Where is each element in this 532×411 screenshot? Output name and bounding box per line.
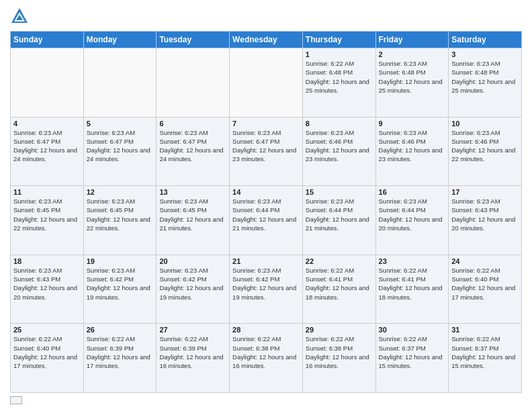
day-number: 24 — [451, 257, 519, 265]
day-detail: Sunrise: 6:22 AM Sunset: 6:40 PM Dayligh… — [13, 334, 81, 370]
day-detail: Sunrise: 6:23 AM Sunset: 6:48 PM Dayligh… — [379, 59, 446, 95]
weekday-header: Wednesday — [230, 32, 303, 48]
day-detail: Sunrise: 6:22 AM Sunset: 6:38 PM Dayligh… — [232, 334, 300, 370]
day-number: 31 — [451, 326, 519, 334]
day-number: 26 — [87, 326, 154, 334]
calendar-cell: 12Sunrise: 6:23 AM Sunset: 6:45 PM Dayli… — [83, 186, 157, 255]
day-number: 15 — [306, 188, 373, 196]
day-number: 8 — [306, 120, 373, 128]
logo — [10, 7, 32, 26]
day-detail: Sunrise: 6:23 AM Sunset: 6:47 PM Dayligh… — [159, 128, 226, 164]
calendar-cell: 2Sunrise: 6:23 AM Sunset: 6:48 PM Daylig… — [375, 48, 449, 118]
daylight-swatch — [10, 396, 22, 404]
day-number: 17 — [451, 188, 519, 196]
calendar-cell — [157, 48, 230, 118]
day-number: 9 — [379, 120, 446, 128]
calendar-cell: 23Sunrise: 6:22 AM Sunset: 6:41 PM Dayli… — [375, 255, 449, 324]
day-detail: Sunrise: 6:23 AM Sunset: 6:46 PM Dayligh… — [379, 128, 446, 164]
day-number: 23 — [379, 257, 446, 265]
day-detail: Sunrise: 6:23 AM Sunset: 6:42 PM Dayligh… — [159, 266, 226, 302]
calendar-cell: 19Sunrise: 6:23 AM Sunset: 6:42 PM Dayli… — [83, 255, 157, 324]
day-number: 4 — [13, 120, 81, 128]
day-number: 7 — [232, 120, 300, 128]
day-detail: Sunrise: 6:23 AM Sunset: 6:45 PM Dayligh… — [13, 197, 81, 232]
header — [10, 7, 522, 26]
day-detail: Sunrise: 6:23 AM Sunset: 6:44 PM Dayligh… — [306, 197, 373, 232]
calendar-cell: 30Sunrise: 6:22 AM Sunset: 6:37 PM Dayli… — [375, 324, 449, 393]
calendar-cell: 24Sunrise: 6:22 AM Sunset: 6:40 PM Dayli… — [449, 255, 522, 324]
calendar-cell: 14Sunrise: 6:23 AM Sunset: 6:44 PM Dayli… — [230, 186, 303, 255]
calendar-cell: 1Sunrise: 6:22 AM Sunset: 6:48 PM Daylig… — [302, 48, 375, 118]
calendar-cell: 6Sunrise: 6:23 AM Sunset: 6:47 PM Daylig… — [157, 117, 230, 186]
day-detail: Sunrise: 6:22 AM Sunset: 6:38 PM Dayligh… — [306, 334, 373, 370]
calendar-week-row: 11Sunrise: 6:23 AM Sunset: 6:45 PM Dayli… — [11, 186, 522, 255]
day-number: 14 — [232, 188, 300, 196]
day-number: 28 — [232, 326, 300, 334]
day-detail: Sunrise: 6:22 AM Sunset: 6:40 PM Dayligh… — [451, 266, 519, 302]
day-detail: Sunrise: 6:22 AM Sunset: 6:41 PM Dayligh… — [379, 266, 446, 302]
day-detail: Sunrise: 6:23 AM Sunset: 6:47 PM Dayligh… — [87, 128, 154, 164]
day-detail: Sunrise: 6:22 AM Sunset: 6:37 PM Dayligh… — [451, 334, 519, 370]
calendar-cell: 13Sunrise: 6:23 AM Sunset: 6:45 PM Dayli… — [157, 186, 230, 255]
weekday-header-row: SundayMondayTuesdayWednesdayThursdayFrid… — [11, 32, 522, 48]
day-number: 3 — [451, 50, 519, 58]
page: SundayMondayTuesdayWednesdayThursdayFrid… — [0, 0, 532, 411]
calendar-cell: 29Sunrise: 6:22 AM Sunset: 6:38 PM Dayli… — [302, 324, 375, 393]
day-number: 27 — [159, 326, 226, 334]
day-number: 6 — [159, 120, 226, 128]
weekday-header: Saturday — [449, 32, 522, 48]
calendar-cell: 7Sunrise: 6:23 AM Sunset: 6:47 PM Daylig… — [230, 117, 303, 186]
day-number: 11 — [13, 188, 81, 196]
calendar-cell: 21Sunrise: 6:23 AM Sunset: 6:42 PM Dayli… — [230, 255, 303, 324]
calendar-week-row: 1Sunrise: 6:22 AM Sunset: 6:48 PM Daylig… — [11, 48, 522, 118]
day-number: 20 — [159, 257, 226, 265]
day-detail: Sunrise: 6:23 AM Sunset: 6:42 PM Dayligh… — [232, 266, 300, 302]
day-detail: Sunrise: 6:22 AM Sunset: 6:41 PM Dayligh… — [306, 266, 373, 302]
calendar-cell: 15Sunrise: 6:23 AM Sunset: 6:44 PM Dayli… — [302, 186, 375, 255]
day-detail: Sunrise: 6:23 AM Sunset: 6:46 PM Dayligh… — [451, 128, 519, 164]
day-detail: Sunrise: 6:23 AM Sunset: 6:42 PM Dayligh… — [87, 266, 154, 302]
weekday-header: Monday — [83, 32, 157, 48]
calendar-cell: 4Sunrise: 6:23 AM Sunset: 6:47 PM Daylig… — [11, 117, 84, 186]
day-detail: Sunrise: 6:23 AM Sunset: 6:45 PM Dayligh… — [87, 197, 154, 232]
day-detail: Sunrise: 6:23 AM Sunset: 6:43 PM Dayligh… — [451, 197, 519, 232]
logo-icon — [10, 7, 29, 26]
day-number: 25 — [13, 326, 81, 334]
day-number: 2 — [379, 50, 446, 58]
day-number: 1 — [306, 50, 373, 58]
weekday-header: Thursday — [302, 32, 375, 48]
day-number: 16 — [379, 188, 446, 196]
day-number: 22 — [306, 257, 373, 265]
day-detail: Sunrise: 6:22 AM Sunset: 6:48 PM Dayligh… — [306, 59, 373, 95]
calendar: SundayMondayTuesdayWednesdayThursdayFrid… — [10, 31, 522, 393]
calendar-cell: 22Sunrise: 6:22 AM Sunset: 6:41 PM Dayli… — [302, 255, 375, 324]
day-detail: Sunrise: 6:22 AM Sunset: 6:39 PM Dayligh… — [87, 334, 154, 370]
calendar-cell — [83, 48, 157, 118]
day-detail: Sunrise: 6:23 AM Sunset: 6:44 PM Dayligh… — [232, 197, 300, 232]
day-number: 29 — [306, 326, 373, 334]
footer — [10, 396, 522, 404]
calendar-cell: 18Sunrise: 6:23 AM Sunset: 6:43 PM Dayli… — [11, 255, 84, 324]
day-detail: Sunrise: 6:23 AM Sunset: 6:48 PM Dayligh… — [451, 59, 519, 95]
day-number: 13 — [159, 188, 226, 196]
calendar-cell: 17Sunrise: 6:23 AM Sunset: 6:43 PM Dayli… — [449, 186, 522, 255]
weekday-header: Sunday — [11, 32, 84, 48]
calendar-cell: 27Sunrise: 6:22 AM Sunset: 6:39 PM Dayli… — [157, 324, 230, 393]
day-detail: Sunrise: 6:23 AM Sunset: 6:43 PM Dayligh… — [13, 266, 81, 302]
calendar-cell: 3Sunrise: 6:23 AM Sunset: 6:48 PM Daylig… — [449, 48, 522, 118]
calendar-cell: 31Sunrise: 6:22 AM Sunset: 6:37 PM Dayli… — [449, 324, 522, 393]
day-number: 12 — [87, 188, 154, 196]
day-number: 19 — [87, 257, 154, 265]
day-detail: Sunrise: 6:22 AM Sunset: 6:37 PM Dayligh… — [379, 334, 446, 370]
calendar-cell: 5Sunrise: 6:23 AM Sunset: 6:47 PM Daylig… — [83, 117, 157, 186]
calendar-cell: 10Sunrise: 6:23 AM Sunset: 6:46 PM Dayli… — [449, 117, 522, 186]
calendar-cell: 11Sunrise: 6:23 AM Sunset: 6:45 PM Dayli… — [11, 186, 84, 255]
calendar-week-row: 18Sunrise: 6:23 AM Sunset: 6:43 PM Dayli… — [11, 255, 522, 324]
calendar-cell: 9Sunrise: 6:23 AM Sunset: 6:46 PM Daylig… — [375, 117, 449, 186]
weekday-header: Friday — [375, 32, 449, 48]
day-detail: Sunrise: 6:23 AM Sunset: 6:47 PM Dayligh… — [232, 128, 300, 164]
weekday-header: Tuesday — [157, 32, 230, 48]
day-detail: Sunrise: 6:23 AM Sunset: 6:47 PM Dayligh… — [13, 128, 81, 164]
day-detail: Sunrise: 6:22 AM Sunset: 6:39 PM Dayligh… — [159, 334, 226, 370]
calendar-cell — [11, 48, 84, 118]
